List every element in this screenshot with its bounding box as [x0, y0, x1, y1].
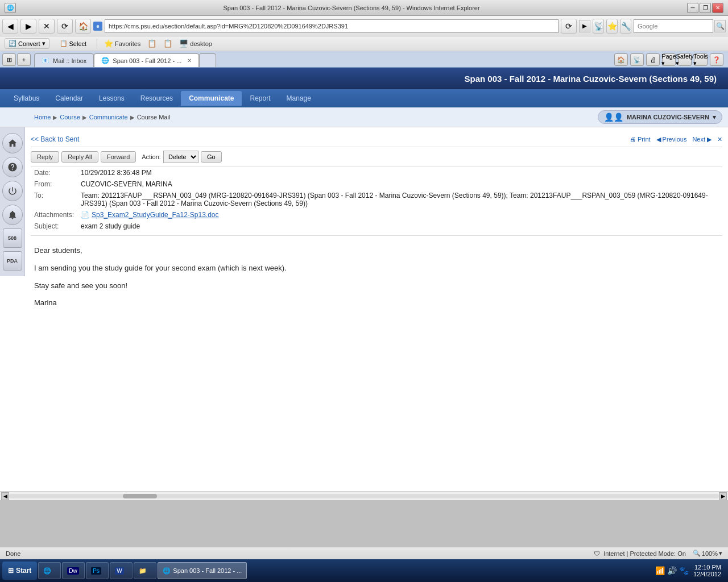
- print-button[interactable]: 🖨: [646, 53, 660, 66]
- tab-mail-inbox[interactable]: 📧 Mail :: Inbox: [34, 53, 94, 67]
- forward-button[interactable]: Forward: [101, 151, 136, 163]
- go-button[interactable]: Go: [201, 151, 222, 163]
- taskbar-dw-button[interactable]: Dw: [62, 562, 85, 579]
- scroll-left-button[interactable]: ◀: [1, 492, 9, 500]
- nav-report[interactable]: Report: [242, 91, 278, 106]
- reply-all-button[interactable]: Reply All: [61, 151, 98, 163]
- user-badge[interactable]: 👤👤 MARINA CUZOVIC-SEVERN ▾: [598, 110, 722, 124]
- next-arrow-icon: ▶: [707, 136, 712, 143]
- favorites-icon2[interactable]: 📋: [163, 39, 172, 48]
- refresh-button[interactable]: ⟳: [57, 19, 73, 34]
- nav-calendar[interactable]: Calendar: [47, 91, 91, 106]
- start-button[interactable]: ⊞ Start: [2, 562, 37, 580]
- tray-clock[interactable]: 12:10 PM 12/4/2012: [693, 564, 721, 577]
- convert-button[interactable]: 🔄 Convert ▾: [5, 38, 49, 49]
- course-title: Span 003 - Fall 2012 - Marina Cuzovic-Se…: [464, 74, 717, 84]
- home-button[interactable]: 🏠: [75, 19, 91, 34]
- sidebar-508-button[interactable]: 508: [3, 228, 22, 248]
- favorites-link[interactable]: ⭐ Favorites: [104, 39, 140, 48]
- rss-button[interactable]: 📡: [593, 19, 604, 34]
- search-input[interactable]: [634, 19, 713, 33]
- tab-close-button[interactable]: ✕: [187, 57, 192, 64]
- desktop-link[interactable]: 🖥️ desktop: [179, 39, 212, 48]
- select-button[interactable]: 📋 Select: [56, 39, 90, 48]
- tray-virus-icon[interactable]: 🐾: [679, 566, 689, 575]
- action-select[interactable]: Delete: [163, 151, 198, 163]
- sidebar-home-button[interactable]: [2, 133, 23, 153]
- address-go-button[interactable]: ▶: [579, 20, 590, 32]
- active-window-icon: 🌐: [163, 567, 171, 575]
- next-link[interactable]: Next ▶: [692, 136, 712, 143]
- tab-empty[interactable]: [199, 53, 216, 67]
- select-label: Select: [69, 40, 87, 47]
- nav-syllabus[interactable]: Syllabus: [6, 91, 47, 106]
- breadcrumb-home[interactable]: Home: [34, 114, 51, 120]
- horizontal-scrollbar[interactable]: ◀ ▶: [0, 491, 728, 500]
- new-tab-button[interactable]: +: [17, 53, 31, 66]
- to-label: To:: [31, 190, 77, 209]
- browser-titlebar: 🌐 Span 003 - Fall 2012 - Marina Cuzovic-…: [0, 0, 728, 16]
- scroll-thumb[interactable]: [123, 494, 157, 498]
- breadcrumb: Home ▶ Course ▶ Communicate ▶ Course Mai…: [34, 114, 170, 120]
- home-icon-button[interactable]: 🏠: [614, 53, 628, 66]
- taskbar-active-window[interactable]: 🌐 Span 003 - Fall 2012 - ...: [158, 562, 247, 579]
- tools-button[interactable]: 🔧: [620, 19, 631, 34]
- sidebar-logout-button[interactable]: [2, 181, 23, 201]
- sidebar-notifications-button[interactable]: [2, 205, 23, 225]
- favorites-icon1[interactable]: 📋: [147, 39, 156, 48]
- separator: [97, 39, 97, 49]
- tab-span003[interactable]: 🌐 Span 003 - Fall 2012 - ... ✕: [94, 53, 199, 67]
- sidebar-pda-button[interactable]: PDA: [3, 251, 22, 271]
- zoom-control[interactable]: 🔍 100% ▾: [693, 550, 722, 557]
- taskbar-explorer-button[interactable]: 📁: [134, 562, 156, 579]
- tools-menu[interactable]: Tools ▾: [694, 53, 708, 66]
- search-wrapper: 🔍: [634, 19, 726, 33]
- restore-button[interactable]: ❐: [700, 3, 711, 13]
- zoom-value: 100%: [702, 550, 718, 557]
- taskbar-word-button[interactable]: W: [110, 562, 133, 579]
- search-go-button[interactable]: 🔍: [714, 20, 726, 32]
- close-link[interactable]: ✕: [717, 136, 722, 143]
- nav-resources[interactable]: Resources: [133, 91, 181, 106]
- minimize-button[interactable]: ─: [687, 3, 698, 13]
- attachments-row: Attachments: 📄 Sp3_Exam2_StudyGuide_Fa12…: [31, 209, 722, 221]
- page-menu[interactable]: Page ▾: [662, 53, 676, 66]
- safety-menu[interactable]: Safety ▾: [678, 53, 692, 66]
- tray-network-icon[interactable]: 📶: [655, 566, 665, 575]
- taskbar-ps-button[interactable]: Ps: [86, 562, 109, 579]
- titlebar-icon: 🌐: [5, 3, 16, 13]
- breadcrumb-course[interactable]: Course: [60, 114, 80, 120]
- reply-button[interactable]: Reply: [31, 151, 59, 163]
- back-to-sent-link[interactable]: << Back to Sent: [31, 135, 79, 143]
- nav-manage[interactable]: Manage: [279, 91, 319, 106]
- forward-button[interactable]: ▶: [20, 19, 36, 34]
- dreamweaver-icon: Dw: [67, 567, 78, 575]
- favorites-star-button[interactable]: ⭐: [606, 19, 618, 34]
- feeds-button[interactable]: 📡: [630, 53, 644, 66]
- taskbar-ie-button[interactable]: 🌐: [38, 562, 61, 579]
- nav-lessons[interactable]: Lessons: [91, 91, 133, 106]
- course-nav: Syllabus Calendar Lessons Resources Comm…: [0, 89, 728, 107]
- tab-mail-icon: 📧: [42, 57, 49, 64]
- close-button[interactable]: ✕: [712, 3, 723, 13]
- attachment-filename: Sp3_Exam2_StudyGuide_Fa12-Sp13.doc: [92, 211, 218, 219]
- print-link[interactable]: 🖨 Print: [630, 136, 651, 143]
- tray-sound-icon[interactable]: 🔊: [667, 566, 677, 575]
- tab-list-button[interactable]: ⊞: [2, 53, 16, 66]
- sidebar-help-button[interactable]: [2, 157, 23, 177]
- address-input[interactable]: [105, 19, 559, 33]
- help-button[interactable]: ❓: [710, 53, 723, 66]
- nav-communicate[interactable]: Communicate: [181, 91, 242, 106]
- stop-button[interactable]: ✕: [39, 19, 55, 34]
- previous-link[interactable]: ◀ Previous: [656, 136, 687, 143]
- attachment-file-link[interactable]: 📄 Sp3_Exam2_StudyGuide_Fa12-Sp13.doc: [81, 211, 719, 219]
- scroll-right-button[interactable]: ▶: [719, 492, 727, 500]
- page-content-wrapper: Span 003 - Fall 2012 - Marina Cuzovic-Se…: [0, 68, 728, 500]
- breadcrumb-communicate[interactable]: Communicate: [89, 114, 128, 120]
- back-button[interactable]: ◀: [2, 19, 18, 34]
- subject-label: Subject:: [31, 221, 77, 232]
- email-content-area: << Back to Sent 🖨 Print ◀ Previous Next …: [25, 127, 728, 491]
- mail-toolbar: Reply Reply All Forward Action: Delete G…: [31, 147, 722, 167]
- favorites-star-icon: ⭐: [104, 39, 113, 48]
- refresh-small-button[interactable]: ⟳: [561, 19, 577, 34]
